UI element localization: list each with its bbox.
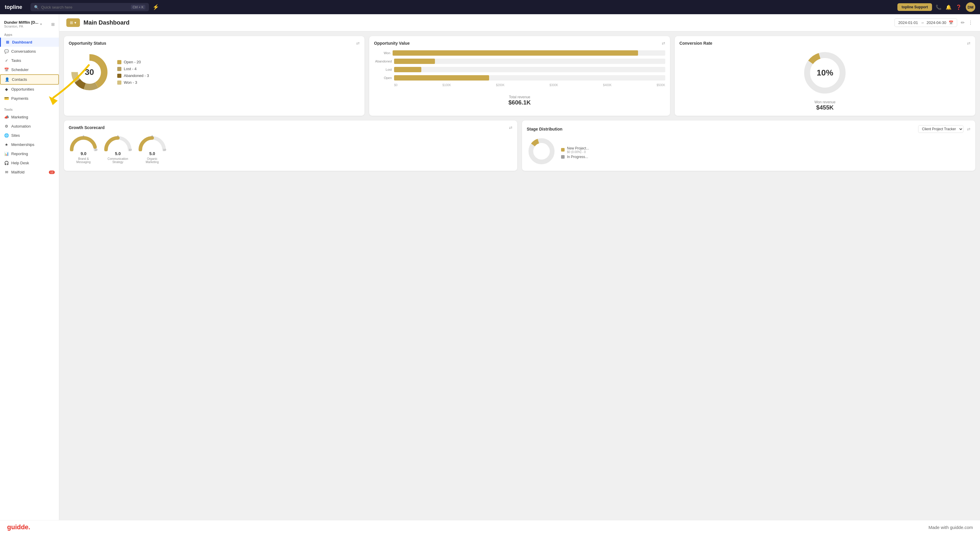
page-title: Main Dashboard xyxy=(83,19,891,26)
legend-sub: $0 (0.00%) - 0 xyxy=(567,150,589,154)
bar-fill xyxy=(393,50,638,56)
legend-color xyxy=(561,148,565,151)
sidebar-item-label: Scheduler xyxy=(11,67,29,72)
conversion-chart: 10% Won revenue $455K xyxy=(679,49,970,111)
support-button[interactable]: topline Support xyxy=(897,3,932,11)
layout-icon[interactable]: ⊞ xyxy=(51,22,55,27)
legend-color xyxy=(117,81,121,85)
mail-badge: 12 xyxy=(49,170,55,174)
search-input[interactable] xyxy=(41,5,129,10)
sidebar-item-conversations[interactable]: 💬 Conversations xyxy=(0,47,59,56)
svg-text:10: 10 xyxy=(94,148,97,151)
legend-label: In Progress... xyxy=(567,155,588,159)
gauge-communication: 0 10 5.0 Communication Strategy xyxy=(103,134,133,164)
total-label: Total revenue xyxy=(508,95,531,99)
sidebar-item-reporting[interactable]: 📊 Reporting xyxy=(0,149,59,158)
workspace-location: Scranton, PA xyxy=(4,25,38,28)
bar-label: Won xyxy=(374,51,390,55)
sidebar-item-contacts[interactable]: 👤 Contacts xyxy=(0,74,59,85)
date-end: 2024-04-30 xyxy=(927,21,947,25)
lightning-icon[interactable]: ⚡ xyxy=(153,4,159,10)
settings-icon[interactable]: ⇄ xyxy=(356,41,360,46)
total-revenue: Total revenue $606.1K xyxy=(508,95,531,106)
sidebar-item-label: Conversations xyxy=(11,49,36,54)
sidebar-item-tasks[interactable]: ✓ Tasks xyxy=(0,56,59,65)
grid-view-icon: ⊞ xyxy=(70,21,73,25)
sidebar-item-memberships[interactable]: ★ Memberships xyxy=(0,140,59,149)
calendar-icon: 📅 xyxy=(949,21,953,25)
guidde-bar: guidde. Made with guidde.com xyxy=(0,520,980,534)
bar-track xyxy=(394,75,665,81)
settings-icon[interactable]: ⇄ xyxy=(662,41,665,46)
avatar[interactable]: DM xyxy=(966,2,975,12)
search-bar[interactable]: 🔍 Ctrl + K xyxy=(30,3,149,11)
sidebar-item-label: Marketing xyxy=(11,115,28,119)
bell-icon[interactable]: 🔔 xyxy=(946,5,951,10)
chat-icon: 💬 xyxy=(4,49,9,54)
bar-track xyxy=(393,50,665,56)
date-range-picker[interactable]: 2024-01-01 → 2024-04-30 📅 xyxy=(894,18,957,27)
settings-icon[interactable]: ⇄ xyxy=(967,41,970,46)
bar-track xyxy=(394,59,665,64)
widget-conversion-rate: Conversion Rate ⇄ 10% Won revenue $455K xyxy=(675,36,975,116)
sidebar-item-label: Opportunities xyxy=(11,87,34,91)
widget-title: Opportunity Status xyxy=(69,41,106,46)
help-icon[interactable]: ❓ xyxy=(956,5,962,10)
gauge-value: 5.0 xyxy=(149,151,155,156)
sidebar-item-opportunities[interactable]: ◆ Opportunities xyxy=(0,85,59,94)
sidebar-item-scheduler[interactable]: 📅 Scheduler xyxy=(0,65,59,74)
donut-total: 30 xyxy=(85,67,94,77)
view-toggle-button[interactable]: ⊞ ▾ xyxy=(66,18,80,27)
phone-icon[interactable]: 📞 xyxy=(935,5,942,10)
bar-row-open: Open xyxy=(374,75,665,81)
settings-icon[interactable]: ⇄ xyxy=(967,127,970,132)
conversion-percentage: 10% xyxy=(816,68,833,78)
sidebar-item-automation[interactable]: ⚙ Automation xyxy=(0,122,59,131)
settings-icon[interactable]: ⇄ xyxy=(509,125,512,130)
bar-chart: Won Abandoned Lost xyxy=(374,49,665,88)
bar-label: Lost xyxy=(374,68,392,72)
bar-row-abandoned: Abandoned xyxy=(374,59,665,64)
legend-color xyxy=(117,74,121,78)
diamond-icon: ◆ xyxy=(4,87,9,91)
svg-text:10: 10 xyxy=(129,148,132,151)
sidebar-item-sites[interactable]: 🌐 Sites xyxy=(0,131,59,140)
sidebar-item-dashboard[interactable]: ⊞ Dashboard xyxy=(0,38,59,47)
headset-icon: 🎧 xyxy=(4,161,9,165)
section-label-apps: Apps xyxy=(0,32,59,38)
legend-abandoned: Abandoned - 3 xyxy=(117,73,149,78)
star-icon: ★ xyxy=(4,142,9,147)
widget-growth-scorecard: Growth Scorecard ⇄ 0 10 9.0 Brand & Mess… xyxy=(64,121,517,171)
app-logo: topline xyxy=(5,4,22,10)
sidebar-item-label: Sites xyxy=(11,133,20,138)
more-options-icon[interactable]: ⋮ xyxy=(968,20,973,25)
stage-legend: New Project... $0 (0.00%) - 0 In Progres… xyxy=(561,146,589,159)
workspace-selector[interactable]: Dunder Mifflin [D... Scranton, PA ▾ ⊞ xyxy=(0,18,59,32)
svg-text:10: 10 xyxy=(163,148,166,151)
sidebar-item-mailfold[interactable]: ✉ Mailfold 12 xyxy=(0,168,59,177)
edit-icon[interactable]: ✏ xyxy=(961,20,965,25)
widget-opportunity-value: Opportunity Value ⇄ Won Abandoned xyxy=(369,36,670,116)
sidebar-item-payments[interactable]: 💳 Payments xyxy=(0,94,59,103)
bar-label: Open xyxy=(374,76,392,79)
date-start: 2024-01-01 xyxy=(898,21,918,25)
grid-icon: ⊞ xyxy=(5,40,10,44)
svg-text:0: 0 xyxy=(151,135,153,138)
legend-label: Won - 3 xyxy=(124,80,137,85)
sidebar-item-marketing[interactable]: 📣 Marketing xyxy=(0,113,59,122)
gear-icon: ⚙ xyxy=(4,124,9,129)
stage-dropdown[interactable]: Client Project Tracker xyxy=(918,125,963,133)
sidebar-item-label: Help Desk xyxy=(11,161,29,165)
search-icon: 🔍 xyxy=(34,5,39,10)
status-legend: Open - 20 Lost - 4 Abandoned - 3 Wo xyxy=(117,60,149,85)
nav-icons: 📞 🔔 ❓ DM xyxy=(935,2,975,12)
dashboard-header: ⊞ ▾ Main Dashboard 2024-01-01 → 2024-04-… xyxy=(59,14,980,31)
scorecard-gauges: 0 10 9.0 Brand & Messaging 0 10 xyxy=(69,134,512,164)
legend-new-project: New Project... $0 (0.00%) - 0 xyxy=(561,146,589,154)
bar-row-won: Won xyxy=(374,50,665,56)
chevron-down-icon: ▾ xyxy=(40,22,42,26)
sidebar-item-helpdesk[interactable]: 🎧 Help Desk xyxy=(0,158,59,168)
won-revenue-label: Won revenue xyxy=(815,100,835,104)
legend-label: Open - 20 xyxy=(124,60,141,64)
widget-grid-top: Opportunity Status ⇄ xyxy=(59,31,980,121)
